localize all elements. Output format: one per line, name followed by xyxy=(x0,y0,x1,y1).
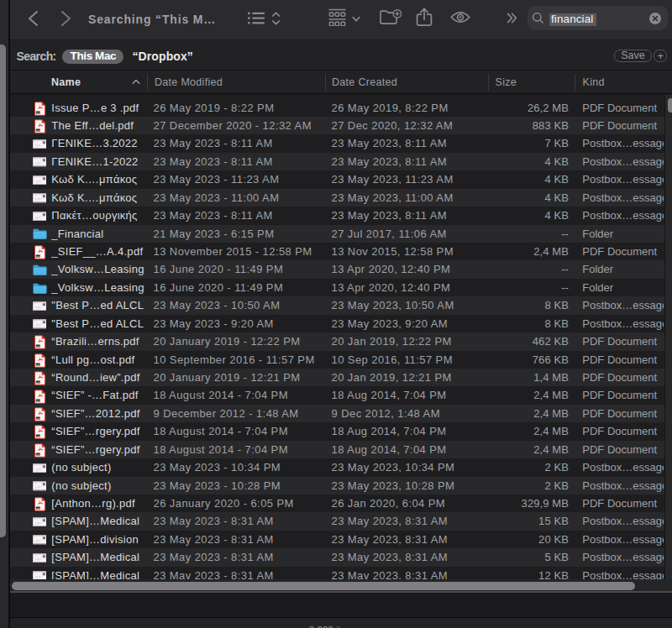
svg-text:PDF: PDF xyxy=(36,364,40,366)
svg-text:PDF: PDF xyxy=(36,112,40,114)
svg-text:PDF: PDF xyxy=(36,399,40,401)
svg-text:PDF: PDF xyxy=(36,435,40,437)
svg-text:PDF: PDF xyxy=(36,381,40,384)
svg-text:PDF: PDF xyxy=(36,255,40,258)
svg-text:PDF: PDF xyxy=(36,453,40,456)
svg-text:PDF: PDF xyxy=(36,507,40,510)
svg-text:PDF: PDF xyxy=(36,345,40,348)
svg-text:PDF: PDF xyxy=(36,129,40,132)
svg-text:PDF: PDF xyxy=(36,417,40,420)
